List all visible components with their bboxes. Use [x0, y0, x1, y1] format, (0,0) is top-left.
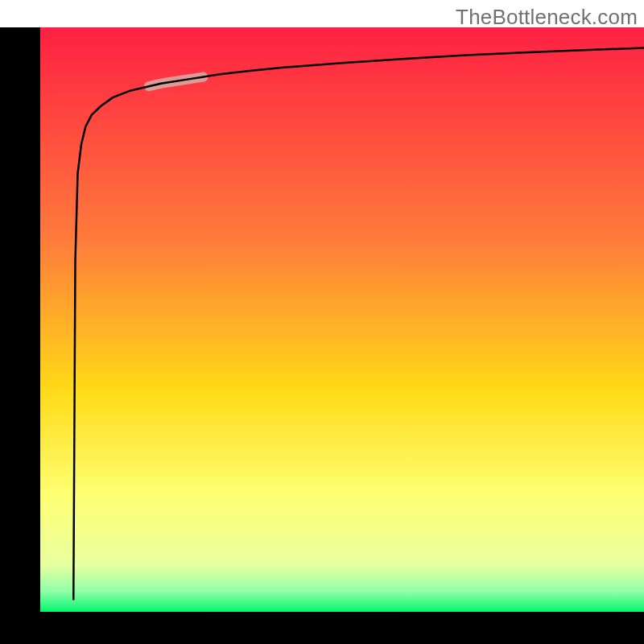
bottleneck-chart: TheBottleneck.com — [0, 0, 644, 644]
plot-background — [40, 27, 644, 612]
chart-svg — [0, 0, 644, 644]
watermark-text: TheBottleneck.com — [456, 5, 638, 30]
axis-bottom — [0, 612, 644, 644]
axis-left — [0, 27, 40, 644]
